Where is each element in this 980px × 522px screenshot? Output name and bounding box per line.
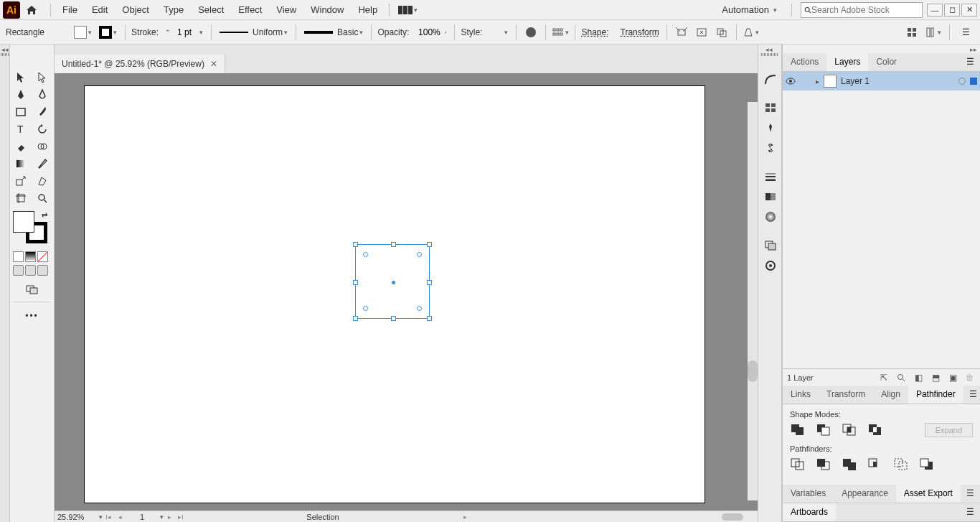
- rectangle-tool[interactable]: [10, 103, 32, 121]
- menu-window[interactable]: Window: [303, 1, 351, 18]
- first-artboard-icon[interactable]: I◂: [103, 512, 114, 522]
- tab-color[interactable]: Color: [868, 53, 905, 71]
- search-stock[interactable]: [801, 2, 923, 18]
- home-icon[interactable]: [23, 1, 40, 19]
- last-artboard-icon[interactable]: ▸I: [175, 512, 187, 522]
- eraser-tool[interactable]: [10, 138, 32, 155]
- export-icon[interactable]: ⇱: [878, 372, 890, 383]
- menu-effect[interactable]: Effect: [231, 1, 269, 18]
- transform-button[interactable]: Transform: [621, 27, 659, 37]
- delete-layer-icon[interactable]: 🗑: [964, 372, 976, 383]
- expand-dock-icon[interactable]: ◂◂: [765, 46, 773, 53]
- appearance-panel-icon[interactable]: [758, 256, 783, 276]
- libraries-panel-icon[interactable]: [758, 98, 783, 118]
- align-icon[interactable]: ▾: [552, 24, 569, 41]
- tab-pathfinder[interactable]: Pathfinder: [908, 386, 963, 404]
- automation-dropdown[interactable]: Automation▾: [716, 1, 783, 18]
- brush-definition[interactable]: Basic▾: [302, 26, 365, 39]
- target-icon[interactable]: [958, 78, 966, 85]
- variable-width-profile[interactable]: Uniform▾: [217, 26, 290, 39]
- artboard-tool[interactable]: [10, 190, 32, 207]
- artboard[interactable]: [85, 86, 705, 503]
- grip-icon[interactable]: [1, 53, 9, 56]
- tab-asset-export[interactable]: Asset Export: [896, 485, 961, 503]
- collapse-panels-icon[interactable]: ▸▸: [970, 46, 977, 53]
- tab-actions[interactable]: Actions: [783, 53, 826, 71]
- horizontal-scrollbar[interactable]: [722, 513, 743, 521]
- shape-button[interactable]: Shape:: [581, 27, 608, 37]
- arrange-icon[interactable]: ▾: [925, 24, 942, 41]
- transparency-panel-icon[interactable]: [758, 236, 783, 256]
- direct-selection-tool[interactable]: [32, 69, 53, 86]
- swatches-panel-icon[interactable]: [758, 187, 783, 207]
- visibility-icon[interactable]: [786, 78, 798, 85]
- pen-tool[interactable]: [10, 86, 32, 103]
- menu-type[interactable]: Type: [156, 1, 191, 18]
- menu-file[interactable]: File: [55, 1, 85, 18]
- type-tool[interactable]: T: [10, 121, 32, 138]
- edit-toolbar-icon[interactable]: •••: [10, 305, 54, 327]
- draw-inside-icon[interactable]: [37, 265, 48, 276]
- exclude-icon[interactable]: [867, 423, 885, 437]
- next-artboard-icon[interactable]: ▸: [164, 512, 175, 522]
- stroke-panel-icon[interactable]: [758, 167, 783, 187]
- fill-stroke-swatches[interactable]: ⇄: [11, 211, 52, 246]
- perspective-icon[interactable]: ▾: [743, 24, 760, 41]
- swap-fill-stroke-icon[interactable]: ⇄: [42, 211, 47, 219]
- properties-panel-icon[interactable]: [758, 69, 783, 89]
- recolor-artwork-icon[interactable]: [522, 24, 540, 41]
- unite-icon[interactable]: [790, 423, 807, 437]
- brushes-panel-icon[interactable]: [758, 118, 783, 138]
- screen-mode-icon[interactable]: [22, 281, 43, 299]
- tab-appearance[interactable]: Appearance: [834, 485, 896, 503]
- menu-help[interactable]: Help: [351, 1, 385, 18]
- locate-icon[interactable]: [895, 372, 907, 383]
- layer-name[interactable]: Layer 1: [841, 76, 954, 86]
- new-sublayer-icon[interactable]: ⬒: [930, 372, 941, 383]
- shape-builder-tool[interactable]: [32, 138, 53, 155]
- tab-variables[interactable]: Variables: [783, 485, 834, 503]
- paintbrush-tool[interactable]: [32, 103, 53, 121]
- color-mode-icon[interactable]: [13, 251, 24, 262]
- selection-tool[interactable]: [10, 69, 32, 86]
- close-button[interactable]: ✕: [961, 4, 977, 17]
- minus-back-icon[interactable]: [919, 457, 936, 472]
- gradient-tool[interactable]: [10, 155, 32, 172]
- merge-icon[interactable]: [842, 457, 859, 472]
- outline-icon[interactable]: [893, 457, 910, 472]
- none-mode-icon[interactable]: [37, 251, 48, 262]
- tab-align[interactable]: Align: [873, 386, 908, 404]
- panel-menu-icon[interactable]: ☰: [961, 503, 980, 521]
- selected-rectangle[interactable]: [355, 244, 430, 319]
- edit-contents-icon[interactable]: [713, 24, 730, 41]
- free-transform-tool[interactable]: [32, 172, 53, 190]
- collapse-toolbar-icon[interactable]: ◂◂: [1, 46, 9, 53]
- minimize-button[interactable]: —: [927, 4, 943, 17]
- layer-row[interactable]: ▸ Layer 1: [783, 72, 980, 90]
- menu-view[interactable]: View: [269, 1, 303, 18]
- expand-layer-icon[interactable]: ▸: [816, 78, 819, 85]
- minus-front-icon[interactable]: [816, 423, 833, 437]
- canvas-viewport[interactable]: [55, 73, 758, 511]
- menu-object[interactable]: Object: [115, 1, 156, 18]
- clip-mask-icon[interactable]: ◧: [913, 372, 924, 383]
- divide-icon[interactable]: [790, 457, 807, 472]
- gradient-mode-icon[interactable]: [25, 251, 36, 262]
- tab-links[interactable]: Links: [783, 386, 819, 404]
- draw-normal-icon[interactable]: [13, 265, 24, 276]
- fill-color[interactable]: ▾: [72, 24, 94, 40]
- workspace-switcher[interactable]: ▾: [394, 4, 422, 16]
- graphic-style[interactable]: ▾: [486, 25, 510, 39]
- prev-artboard-icon[interactable]: ◂: [114, 512, 126, 522]
- maximize-button[interactable]: ◻: [944, 4, 960, 17]
- crop-icon[interactable]: [867, 457, 885, 472]
- close-tab-icon[interactable]: ✕: [210, 59, 217, 69]
- opacity-value[interactable]: ›: [413, 26, 448, 39]
- status-menu-icon[interactable]: ▸: [459, 512, 471, 522]
- isolate-icon[interactable]: [673, 24, 690, 41]
- stroke-color[interactable]: ▾: [97, 24, 119, 40]
- draw-behind-icon[interactable]: [25, 265, 36, 276]
- menu-select[interactable]: Select: [191, 1, 231, 18]
- document-tab[interactable]: Untitled-1* @ 25.92% (RGB/Preview) ✕: [55, 55, 225, 73]
- eyedropper-tool[interactable]: [32, 155, 53, 172]
